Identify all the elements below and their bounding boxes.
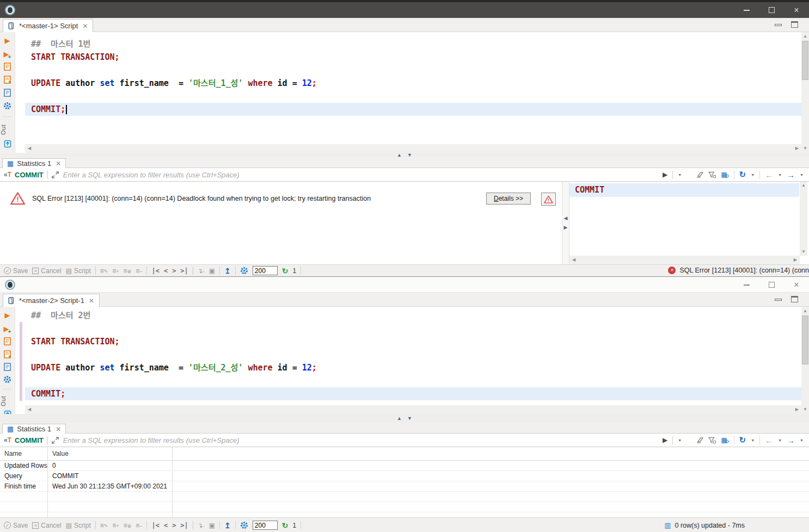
details-button[interactable]: Details >> (486, 193, 531, 205)
fetch-size-input[interactable] (253, 266, 278, 275)
execute-new-tab-button[interactable]: ▶+ (0, 325, 15, 335)
back-button[interactable]: ← (765, 436, 773, 445)
code-line[interactable]: −## 마스터 1번 (25, 38, 801, 51)
edit-cell-icon[interactable]: ≡✎ (100, 522, 108, 529)
prev-row-button[interactable]: < (164, 522, 168, 529)
cancel-button[interactable]: ×Cancel (32, 267, 61, 275)
titlebar[interactable]: × (0, 277, 809, 293)
code-line[interactable] (25, 90, 801, 103)
table-cell[interactable]: Wed Jun 30 21:12:35 GMT+09:00 2021 (48, 481, 173, 491)
editor-settings-gear-icon[interactable] (0, 102, 15, 110)
column-header[interactable]: Name (0, 447, 48, 460)
next-row-button[interactable]: > (172, 522, 176, 529)
table-row[interactable]: QueryCOMMIT (0, 471, 809, 481)
scroll-right-icon[interactable]: ▶ (795, 146, 799, 151)
back-button[interactable]: ← (765, 170, 773, 180)
table-empty-row[interactable] (0, 492, 809, 502)
save-button[interactable]: ✓Save (4, 522, 28, 529)
clear-filter-eraser-icon[interactable] (696, 171, 703, 178)
filter-bar[interactable]: «T COMMIT Enter a SQL expression to filt… (0, 168, 809, 182)
table-cell[interactable]: 0 (48, 461, 173, 471)
add-row-icon[interactable]: ≡+ (112, 267, 119, 275)
code-line[interactable] (25, 64, 801, 77)
tab-close-icon[interactable]: ✕ (56, 425, 61, 433)
editor-settings-gear-icon[interactable] (0, 375, 15, 383)
output-view-tab[interactable]: Out (0, 392, 15, 410)
apply-filter-button[interactable]: ▶ (663, 171, 667, 178)
table-row[interactable]: Updated Rows0 (0, 461, 809, 471)
delete-row-icon[interactable]: ≡− (136, 522, 142, 529)
sql-editor[interactable]: −## 마스터 1번START TRANSACTION;UPDATE autho… (25, 32, 801, 144)
code-line[interactable] (25, 322, 801, 335)
query-text-line[interactable]: COMMIT (569, 183, 799, 197)
tab-master-2-script-1[interactable]: *<master-2> Script-1 ✕ (3, 294, 100, 307)
code-line[interactable]: ## 마스터 2번 (25, 309, 801, 322)
scroll-up-icon[interactable]: ▲ (803, 309, 807, 313)
code-line[interactable]: UPDATE author set first_name = '마스터_2_성'… (25, 361, 801, 374)
minimize-view-icon[interactable] (775, 21, 782, 26)
minimize-button[interactable] (734, 2, 759, 18)
output-view-tab[interactable]: Out (0, 121, 15, 138)
panel-sash[interactable]: ▲▼ (0, 414, 809, 423)
query-vscrollbar[interactable]: ▲ ▼ (800, 182, 807, 256)
clear-filter-eraser-icon[interactable] (696, 437, 703, 443)
filter-input-placeholder[interactable]: Enter a SQL expression to filter results… (63, 171, 663, 179)
sash-left-icon[interactable]: ◀ (564, 216, 568, 221)
code-line[interactable]: COMMIT; (25, 103, 801, 116)
panel-sash[interactable]: ▲▼ (0, 153, 809, 157)
tab-statistics-1[interactable]: ▦ Statistics 1 ✕ (2, 158, 66, 168)
tab-close-icon[interactable]: ✕ (82, 22, 88, 30)
filter-bar[interactable]: «T COMMIT Enter a SQL expression to filt… (0, 434, 809, 447)
refresh-result-icon[interactable]: ↻ (282, 521, 289, 530)
forward-dropdown[interactable]: ▼ (800, 173, 804, 177)
maximize-view-icon[interactable] (791, 296, 798, 302)
expand-filter-icon[interactable] (52, 171, 59, 178)
export-sql-icon[interactable] (0, 140, 15, 148)
code-line[interactable] (25, 374, 801, 387)
save-button[interactable]: ✓Save (4, 267, 28, 275)
delete-row-icon[interactable]: ≡− (136, 267, 142, 275)
refresh-button[interactable]: ↻ (739, 435, 746, 445)
scroll-right-icon[interactable]: ▶ (794, 258, 797, 262)
filters-menu-funnel-icon[interactable] (708, 171, 716, 178)
prev-row-button[interactable]: < (164, 267, 168, 275)
fetch-settings-gear-icon[interactable] (240, 521, 248, 529)
refresh-result-icon[interactable]: ↻ (282, 267, 289, 275)
table-empty-row[interactable] (0, 502, 809, 512)
script-button[interactable]: ▤Script (66, 267, 91, 275)
duplicate-row-icon[interactable]: ≡⊕ (124, 522, 132, 529)
back-dropdown[interactable]: ▼ (778, 438, 782, 442)
table-cell[interactable]: Query (0, 471, 48, 481)
filter-settings-grid-icon[interactable]: ▦ (721, 436, 728, 444)
execute-script-new-tab-button[interactable]: + (0, 350, 15, 358)
scroll-up-icon[interactable]: ▲ (801, 183, 806, 188)
filter-applied-value[interactable]: COMMIT (15, 171, 44, 179)
scroll-left-icon[interactable]: ◀ (28, 407, 31, 412)
sash-up-icon[interactable]: ▲ (397, 416, 402, 421)
execute-new-tab-button[interactable]: ▶+ (0, 50, 15, 60)
tab-close-icon[interactable]: ✕ (56, 160, 61, 168)
browse-mode-icon[interactable]: ▣ (209, 522, 215, 529)
maximize-view-icon[interactable] (791, 21, 798, 28)
titlebar[interactable]: × (0, 2, 809, 18)
forward-button[interactable]: → (787, 170, 795, 180)
refresh-dropdown[interactable]: ▼ (751, 438, 755, 442)
scroll-down-icon[interactable]: ▼ (803, 407, 807, 412)
code-line[interactable] (25, 348, 801, 361)
table-cell[interactable] (0, 502, 48, 512)
code-line[interactable]: START TRANSACTION; (25, 335, 801, 348)
explain-plan-button[interactable] (0, 89, 15, 97)
scroll-left-icon[interactable]: ◀ (28, 146, 31, 151)
minimize-view-icon[interactable] (775, 296, 782, 301)
editor-vscrollbar[interactable]: ▲ ▼ (801, 32, 809, 153)
explain-plan-button[interactable] (0, 363, 15, 371)
column-header[interactable]: Value (48, 447, 173, 460)
vertical-sash[interactable]: ◀▶ (562, 182, 569, 264)
filter-history-dropdown[interactable]: ▼ (678, 173, 682, 177)
next-row-button[interactable]: > (172, 267, 176, 275)
error-details-icon-button[interactable]: ! (541, 193, 556, 206)
goto-row-icon[interactable]: ↴▫ (198, 522, 205, 529)
first-row-button[interactable]: |< (151, 522, 159, 529)
execute-statement-button[interactable]: ▶ (0, 36, 15, 45)
execute-statement-button[interactable]: ▶ (0, 311, 15, 319)
